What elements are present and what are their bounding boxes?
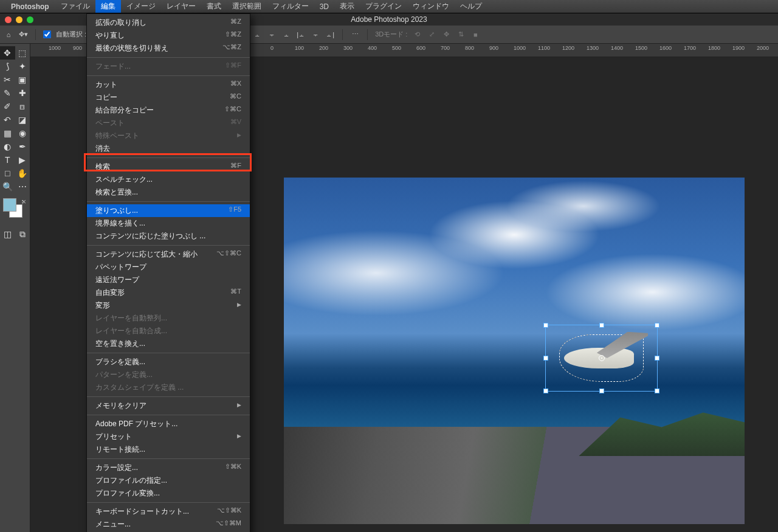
align-hcenter-icon[interactable]: ⫟	[311, 30, 320, 40]
dodge-tool[interactable]: ◐	[0, 140, 15, 153]
menu-item-[interactable]: 拡張の取り消し⌘Z	[87, 16, 250, 29]
home-icon[interactable]: ⌂	[4, 30, 13, 40]
more-icon[interactable]: ⋯	[350, 30, 360, 40]
menu-item-[interactable]: 境界線を描く...	[87, 217, 250, 230]
menu-item-[interactable]: カット⌘X	[87, 78, 250, 91]
menu-書式[interactable]: 書式	[201, 0, 227, 13]
menu-item-[interactable]: スペルチェック...	[87, 173, 250, 186]
quick-mask-tool[interactable]: ◫	[0, 227, 15, 241]
menu-item-AdobePDF[interactable]: Adobe PDF プリセット...	[87, 418, 250, 430]
maximize-window-button[interactable]	[27, 16, 33, 23]
menu-item-[interactable]: 空を置き換え...	[87, 337, 250, 350]
auto-select-checkbox[interactable]	[43, 30, 51, 38]
3d-zoom-icon[interactable]: ■	[470, 30, 480, 40]
move-tool[interactable]: ✥	[0, 46, 15, 60]
menu-item-[interactable]: プロファイル変換...	[87, 487, 250, 500]
eraser-tool[interactable]: ◪	[15, 113, 30, 126]
menu-item-[interactable]: メモリをクリア	[87, 399, 250, 412]
menu-item-[interactable]: 検索と置換...	[87, 186, 250, 199]
menu-item-[interactable]: パペットワープ	[87, 261, 250, 274]
menu-item-[interactable]: 消去	[87, 142, 250, 155]
menu-item-[interactable]: 変形	[87, 299, 250, 312]
menu-item-[interactable]: やり直し⇧⌘Z	[87, 29, 250, 42]
menu-item-[interactable]: キーボードショートカット...⌥⇧⌘K	[87, 505, 250, 518]
transform-pivot[interactable]	[599, 355, 605, 361]
gradient-tool[interactable]: ▦	[0, 126, 15, 140]
zoom-tool[interactable]: 🔍	[0, 180, 15, 193]
lasso-tool[interactable]: ⟆	[0, 60, 15, 73]
screen-mode-tool[interactable]: ⧉	[15, 227, 30, 241]
menu-イメージ[interactable]: イメージ	[121, 0, 161, 13]
menu-item-[interactable]: コンテンツに応じた塗りつぶし ...	[87, 230, 250, 243]
align-left-icon[interactable]: |⫠	[296, 30, 306, 40]
canvas[interactable]	[284, 178, 745, 524]
pen-tool[interactable]: ✒	[15, 140, 30, 153]
align-top-icon[interactable]: ⫠	[252, 30, 262, 40]
menu-ファイル[interactable]: ファイル	[55, 0, 95, 13]
frame-tool[interactable]: ▣	[15, 73, 30, 86]
foreground-color[interactable]	[3, 198, 16, 212]
clone-stamp-tool[interactable]: ⧈	[15, 100, 30, 113]
menu-選択範囲[interactable]: 選択範囲	[227, 0, 267, 13]
menu-item-: レイヤーを自動合成...	[87, 325, 250, 337]
menu-編集[interactable]: 編集	[95, 0, 121, 13]
menu-3D[interactable]: 3D	[314, 0, 334, 13]
menu-item-[interactable]: ブラシを定義...	[87, 356, 250, 368]
menu-ヘルプ[interactable]: ヘルプ	[455, 0, 487, 13]
menu-item-[interactable]: 結合部分をコピー⇧⌘C	[87, 104, 250, 117]
transform-bounding-box[interactable]	[545, 325, 658, 392]
menu-item-[interactable]: コピー⌘C	[87, 91, 250, 104]
transform-handle-tl[interactable]	[543, 323, 548, 328]
3d-slide-icon[interactable]: ⇅	[456, 30, 466, 40]
edit-toolbar[interactable]: ⋯	[15, 180, 30, 193]
3d-pan-icon[interactable]: ✥	[441, 30, 451, 40]
app-name[interactable]: Photoshop	[11, 2, 49, 11]
align-vcenter-icon[interactable]: ⫟	[267, 30, 277, 40]
type-tool[interactable]: T	[0, 153, 15, 167]
menu-item-[interactable]: メニュー...⌥⇧⌘M	[87, 518, 250, 531]
move-tool-icon[interactable]: ✥▾	[18, 30, 28, 40]
rectangle-tool[interactable]: □	[0, 167, 15, 180]
menu-item-[interactable]: 検索⌘F	[87, 161, 250, 173]
transform-handle-ml[interactable]	[543, 356, 548, 361]
transform-handle-mr[interactable]	[655, 356, 659, 361]
menu-表示[interactable]: 表示	[334, 0, 360, 13]
transform-handle-tm[interactable]	[599, 323, 604, 328]
transform-handle-tr[interactable]	[655, 323, 659, 328]
menu-item-[interactable]: プリセット	[87, 430, 250, 443]
align-right-icon[interactable]: ⫠|	[325, 30, 335, 40]
menu-item-[interactable]: プロファイルの指定...	[87, 474, 250, 487]
menu-ウィンドウ[interactable]: ウィンドウ	[407, 0, 455, 13]
transform-handle-bm[interactable]	[599, 389, 604, 393]
transform-handle-br[interactable]	[655, 389, 659, 393]
history-brush-tool[interactable]: ↶	[0, 113, 15, 126]
menu-item-[interactable]: コンテンツに応じて拡大・縮小⌥⇧⌘C	[87, 248, 250, 261]
menu-レイヤー[interactable]: レイヤー	[161, 0, 201, 13]
menu-item-[interactable]: 自由変形⌘T	[87, 286, 250, 299]
marquee-tool[interactable]: ⬚	[15, 46, 30, 60]
path-select-tool[interactable]: ▶	[15, 153, 30, 167]
3d-orbit-icon[interactable]: ⟲	[412, 30, 422, 40]
color-swatches[interactable]: ⤪	[3, 198, 27, 223]
menu-item-[interactable]: リモート接続...	[87, 443, 250, 456]
3d-roll-icon[interactable]: ⤢	[427, 30, 436, 40]
menu-プラグイン[interactable]: プラグイン	[360, 0, 407, 13]
menu-item-[interactable]: 最後の状態を切り替え⌥⌘Z	[87, 42, 250, 55]
menu-フィルター[interactable]: フィルター	[267, 0, 314, 13]
menu-item-[interactable]: 遠近法ワープ	[87, 274, 250, 286]
menu-item-[interactable]: カラー設定...⇧⌘K	[87, 461, 250, 474]
minimize-window-button[interactable]	[16, 16, 22, 23]
magic-wand-tool[interactable]: ✦	[15, 60, 30, 73]
transform-handle-bl[interactable]	[543, 389, 548, 393]
menu-item-: 特殊ペースト	[87, 130, 250, 142]
hand-tool[interactable]: ✋	[15, 167, 30, 180]
auto-select-label: 自動選択 :	[56, 30, 86, 39]
crop-tool[interactable]: ✂	[0, 73, 15, 86]
close-window-button[interactable]	[5, 16, 12, 23]
healing-brush-tool[interactable]: ✚	[15, 86, 30, 100]
brush-tool[interactable]: ✐	[0, 100, 15, 113]
menu-item-[interactable]: 塗りつぶし...⇧F5	[87, 204, 250, 217]
align-bottom-icon[interactable]: ⫠	[281, 30, 291, 40]
blur-tool[interactable]: ◉	[15, 126, 30, 140]
eyedropper-tool[interactable]: ✎	[0, 86, 15, 100]
